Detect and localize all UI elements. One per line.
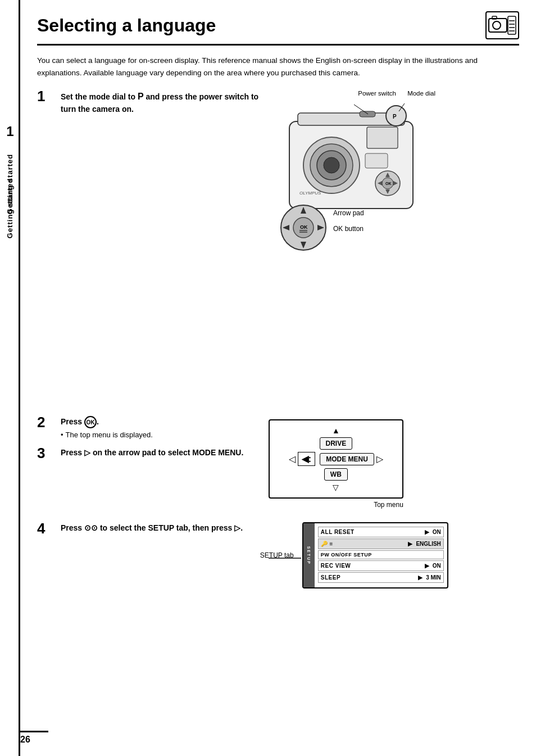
setup-arrow-4: ▶: [424, 561, 430, 571]
step2-content: Press OK. •The top menu is displayed.: [61, 416, 259, 439]
mode-dial-label: Mode dial: [407, 90, 435, 97]
setup-value-2: ENGLISH: [414, 540, 443, 548]
step4-number: 4: [37, 520, 55, 537]
menu-picture-icon: ◀:: [298, 452, 315, 466]
setup-arrow-5: ▶: [417, 573, 424, 582]
svg-text:OK: OK: [385, 182, 392, 185]
step4-right: SETUP tab SETUP ALL RESET ▶: [269, 522, 519, 588]
sidebar-label: Getting started: [6, 178, 15, 238]
setup-value-1: ON: [430, 528, 443, 536]
menu-drive-btn: DRIVE: [320, 437, 353, 450]
sidebar-chapter-number: 1: [0, 124, 20, 139]
power-switch-label: Power switch: [358, 90, 396, 97]
step2-sub: •The top menu is displayed.: [61, 431, 259, 439]
svg-point-1: [493, 21, 501, 29]
step2-number: 2: [37, 414, 55, 431]
step1-content: Set the mode dial to P and press the pow…: [61, 90, 269, 115]
sidebar-label-wrapper: Getting started: [0, 152, 20, 264]
svg-text:P: P: [393, 114, 397, 120]
setup-arrow-2: ▶: [407, 539, 414, 549]
step4-title: Press ⊙⊙ to select the SETUP tab, then p…: [61, 522, 259, 534]
setup-value-4: ON: [430, 562, 443, 570]
page-title: Selecting a language: [37, 15, 216, 36]
step3-area: 3 Press ▷ on the arrow pad to select MOD…: [37, 447, 259, 462]
arrow-pad-labels: Arrow pad OK button: [333, 209, 364, 233]
setup-name-5: SLEEP: [319, 573, 417, 582]
title-icon: [485, 11, 519, 39]
title-bar: Selecting a language: [37, 11, 519, 46]
setup-tab-side: SETUP: [303, 523, 315, 587]
step3-title: Press ▷ on the arrow pad to select MODE …: [61, 447, 259, 459]
svg-rect-2: [492, 16, 497, 19]
step3-number: 3: [37, 445, 55, 462]
setup-name-3: PW ON/OFF SETUP: [319, 551, 437, 559]
menu-wb-btn: WB: [324, 468, 348, 481]
setup-row-5: SLEEP ▶ 3 MIN: [318, 572, 444, 583]
step2-area: 2 Press OK. •The top menu is displayed.: [37, 416, 259, 439]
step4-left: 4 Press ⊙⊙ to select the SETUP tab, then…: [37, 522, 259, 537]
svg-rect-3: [508, 16, 516, 34]
top-menu-area: ▲ DRIVE ◁ ◀: MODE MENU ▷ WB ▽ Top menu: [269, 416, 519, 509]
step2-title: Press OK.: [61, 416, 259, 428]
top-menu-illustration: ▲ DRIVE ◁ ◀: MODE MENU ▷ WB ▽: [269, 419, 403, 499]
menu-middle-row: ◁ ◀: MODE MENU ▷: [278, 452, 394, 466]
step1-title: Set the mode dial to P and press the pow…: [61, 90, 269, 115]
menu-down-arrow: ▽: [278, 483, 394, 492]
setup-value-3: [439, 554, 443, 556]
step4-content: Press ⊙⊙ to select the SETUP tab, then p…: [61, 522, 259, 534]
step4-content-row: 4 Press ⊙⊙ to select the SETUP tab, then…: [37, 522, 259, 537]
step2-sub-text: The top menu is displayed.: [66, 431, 153, 439]
steps-2-3-area: 2 Press OK. •The top menu is displayed. …: [37, 416, 519, 509]
setup-row-4: REC VIEW ▶ ON: [318, 560, 444, 571]
setup-value-5: 3 MIN: [424, 573, 443, 582]
arrow-pad-diagram: OK: [278, 202, 329, 253]
top-menu-label: Top menu: [269, 501, 403, 509]
menu-left-arrow-icon: ◁: [289, 454, 296, 464]
svg-rect-17: [367, 127, 398, 148]
arrow-pad-callout: OK Arrow pad OK button: [278, 202, 364, 253]
intro-text: You can select a language for on-screen …: [37, 55, 519, 79]
ok-icon: OK: [84, 416, 97, 428]
setup-row-3: PW ON/OFF SETUP: [318, 550, 444, 559]
setup-row-2: 🔑 ≡ ▶ ENGLISH: [318, 538, 444, 549]
step1-left: 1 Set the mode dial to P and press the p…: [37, 90, 269, 115]
step3-content: Press ▷ on the arrow pad to select MODE …: [61, 447, 259, 459]
setup-tab-side-text: SETUP: [307, 546, 311, 565]
menu-up-arrow: ▲: [278, 426, 394, 435]
main-content: Selecting a language You can select a la…: [20, 0, 536, 605]
arrow-pad-label: Arrow pad: [333, 209, 364, 217]
setup-tab-line: [269, 554, 302, 565]
setup-arrow-1: ▶: [424, 527, 430, 537]
sidebar: 1 Getting started: [0, 0, 20, 756]
step1-number: 1: [37, 88, 55, 105]
setup-name-2: 🔑 ≡: [319, 540, 407, 548]
setup-menu-container: SETUP tab SETUP ALL RESET ▶: [302, 522, 519, 588]
setup-row-1: ALL RESET ▶ ON: [318, 527, 444, 537]
setup-name-1: ALL RESET: [319, 528, 424, 536]
menu-wb-row: WB: [278, 468, 394, 481]
setup-rows-container: ALL RESET ▶ ON 🔑 ≡ ▶ ENGLISH PW ON/OF: [318, 527, 444, 583]
svg-rect-16: [360, 111, 375, 117]
svg-rect-18: [365, 153, 388, 168]
ok-button-label: OK button: [333, 225, 364, 233]
page-number: 26: [20, 731, 48, 745]
menu-mode-btn: MODE MENU: [320, 453, 374, 465]
step1-right: Power switch Mode dial P: [278, 90, 519, 270]
setup-menu-illustration: SETUP ALL RESET ▶ ON 🔑 ≡ ▶ E: [302, 522, 448, 588]
steps-left: 2 Press OK. •The top menu is displayed. …: [37, 416, 259, 509]
step1-area: 1 Set the mode dial to P and press the p…: [37, 90, 519, 270]
svg-rect-0: [489, 19, 507, 32]
menu-drive-row: DRIVE: [278, 437, 394, 450]
svg-text:OLYMPUS: OLYMPUS: [299, 191, 321, 196]
menu-right-arrow-icon: ▷: [376, 454, 383, 464]
step4-area: 4 Press ⊙⊙ to select the SETUP tab, then…: [37, 522, 519, 588]
camera-diagram: Power switch Mode dial P: [278, 90, 441, 270]
setup-name-4: REC VIEW: [319, 562, 424, 570]
svg-text:OK: OK: [300, 224, 308, 230]
svg-point-13: [324, 157, 339, 173]
